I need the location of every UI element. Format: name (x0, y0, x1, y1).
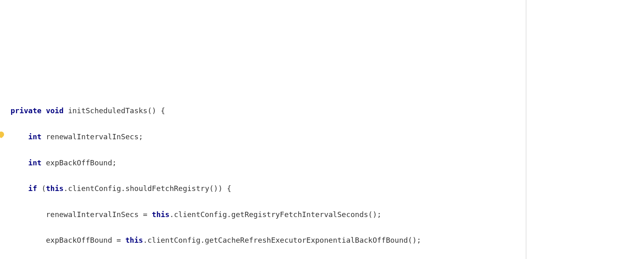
code-line: renewalIntervalInSecs = this.clientConfi… (0, 208, 644, 221)
code-line: int renewalIntervalInSecs; (0, 130, 644, 143)
code-editor[interactable]: private void initScheduledTasks() { int … (0, 91, 644, 259)
code-line: private void initScheduledTasks() { (0, 104, 644, 117)
code-line: int expBackOffBound; (0, 156, 644, 169)
code-line: expBackOffBound = this.clientConfig.getC… (0, 234, 644, 247)
code-line: if (this.clientConfig.shouldFetchRegistr… (0, 182, 644, 195)
